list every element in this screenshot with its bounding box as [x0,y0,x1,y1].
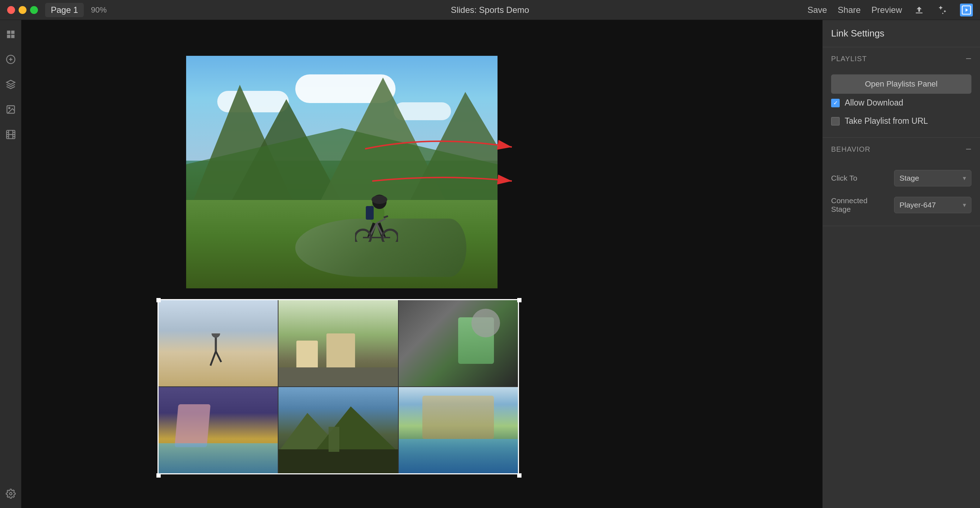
svg-line-30 [210,351,216,366]
sidebar-icon-grid[interactable] [3,27,18,41]
panel-title: Link Settings [831,28,971,39]
allow-download-row: ✓ Allow Download [831,94,971,112]
connected-stage-arrow-icon: ▾ [963,201,966,209]
main-layout: Link Settings PLAYLIST − Open Playlists … [0,20,980,508]
maximize-button[interactable] [30,6,38,14]
svg-rect-3 [11,31,14,34]
sidebar-icon-add[interactable] [3,52,18,67]
behavior-section: BEHAVIOR − Click To Stage ▾ Connected St… [822,138,980,226]
click-to-row: Click To Stage ▾ [831,165,971,191]
behavior-section-header: BEHAVIOR − [822,138,980,160]
canvas-area[interactable] [21,20,822,508]
click-to-arrow-icon: ▾ [963,174,966,182]
grid-cell-park [278,300,398,386]
click-to-value: Stage [899,174,919,183]
titlebar: Page 1 90% Slides: Sports Demo Save Shar… [0,0,980,20]
left-sidebar [0,20,21,508]
page-tab[interactable]: Page 1 [45,3,84,17]
grid-cell-beach-sport [159,387,278,473]
handle-tl[interactable] [156,298,161,302]
save-button[interactable]: Save [808,5,827,15]
allow-download-checkbox[interactable]: ✓ [831,99,840,107]
close-button[interactable] [7,6,15,14]
playlist-section-header: PLAYLIST − [822,47,980,70]
svg-line-28 [384,216,388,217]
svg-line-31 [216,351,221,362]
svg-rect-2 [7,31,10,34]
connected-stage-label: Connected Stage [831,197,888,214]
svg-point-8 [9,107,10,109]
behavior-toggle[interactable]: − [966,143,971,155]
click-to-label: Click To [831,174,888,183]
click-to-select[interactable]: Stage ▾ [894,170,971,186]
playlist-toggle[interactable]: − [966,53,971,64]
svg-rect-19 [366,206,374,220]
share-button[interactable]: Share [838,5,861,15]
take-playlist-checkbox[interactable] [831,117,840,125]
playlist-label: PLAYLIST [831,55,867,63]
open-playlists-button[interactable]: Open Playlists Panel [831,75,971,94]
playlist-section-content: Open Playlists Panel ✓ Allow Download Ta… [822,70,980,137]
take-playlist-label: Take Playlist from URL [845,116,928,126]
svg-marker-1 [966,8,968,11]
minimize-button[interactable] [19,6,27,14]
svg-rect-5 [11,35,14,38]
svg-marker-34 [315,406,398,452]
traffic-lights [7,6,38,14]
magic-wand-icon[interactable] [936,3,949,16]
grid-cell-water-sports [399,387,518,473]
grid-cell-sports [399,300,518,386]
handle-tr[interactable] [517,298,522,302]
allow-download-label: Allow Download [845,98,904,108]
main-image[interactable] [186,56,498,288]
photo-grid[interactable] [158,299,519,475]
grid-cell-mountain-hike [278,387,398,473]
svg-point-18 [372,195,387,204]
svg-rect-4 [7,35,10,38]
titlebar-actions: Save Share Preview [808,3,973,16]
preview-button[interactable]: Preview [872,5,902,15]
document-title: Slides: Sports Demo [451,5,529,15]
connected-stage-value: Player-647 [899,201,936,209]
playlist-section: PLAYLIST − Open Playlists Panel ✓ Allow … [822,47,980,138]
sidebar-icon-image[interactable] [3,102,18,117]
svg-point-10 [9,493,12,495]
connected-stage-select[interactable]: Player-647 ▾ [894,197,971,213]
sidebar-icon-gear[interactable] [3,487,18,501]
handle-bl[interactable] [156,473,161,478]
handle-br[interactable] [517,473,522,478]
export-icon[interactable] [913,3,926,16]
panel-header: Link Settings [822,20,980,47]
connected-stage-row: Connected Stage Player-647 ▾ [831,191,971,219]
grid-cell-runner [159,300,278,386]
media-icon[interactable] [960,3,973,16]
zoom-display: 90% [91,5,107,15]
behavior-section-content: Click To Stage ▾ Connected Stage Player-… [822,160,980,226]
right-panel: Link Settings PLAYLIST − Open Playlists … [822,20,980,508]
svg-point-32 [212,333,220,338]
sidebar-icon-layers[interactable] [3,77,18,92]
behavior-label: BEHAVIOR [831,145,870,154]
sidebar-icon-film[interactable] [3,127,18,142]
take-playlist-row: Take Playlist from URL [831,112,971,130]
